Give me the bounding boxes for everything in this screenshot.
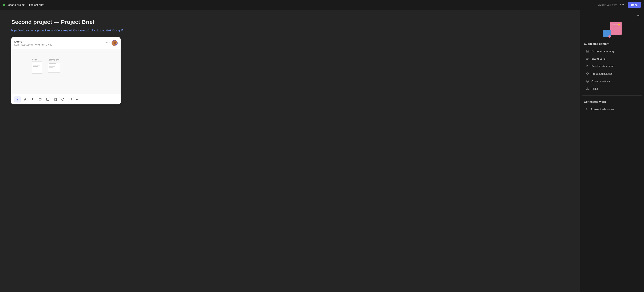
sidebar-item-label: Proposed solution: [592, 72, 612, 75]
svg-point-15: [62, 98, 64, 101]
embed-more-icon[interactable]: •••: [106, 41, 110, 45]
toolbar-comment-button[interactable]: [67, 96, 74, 103]
sidebar-illustration: ★: [580, 22, 644, 37]
more-options-button[interactable]: •••: [619, 2, 625, 7]
canvas-page-thumb: [32, 61, 42, 74]
warning-icon: [586, 87, 589, 90]
right-sidebar: →| ★ Suggested content: [580, 10, 644, 292]
topbar: Second project › Project brief Saved • J…: [0, 0, 644, 10]
sidebar-item-label: Problem statement: [592, 65, 614, 68]
svg-point-1: [114, 42, 116, 44]
sidebar-item-label: Background: [592, 57, 606, 60]
sidebar-item-open-questions[interactable]: ? Open questions: [582, 78, 642, 85]
toolbar-text-button[interactable]: T: [30, 96, 36, 103]
cursor-icon: [16, 98, 19, 101]
milestones-label: 2 project milestones: [591, 108, 614, 111]
lines-icon: [586, 57, 589, 60]
suggested-content-title: Suggested content: [580, 41, 644, 47]
embed-canvas[interactable]: Page Team Pla...: [11, 49, 120, 94]
svg-rect-6: [48, 67, 53, 68]
embed-title: Demo: [14, 40, 52, 43]
diamond-icon: [586, 107, 589, 111]
main-layout: Second project — Project Brief https://w…: [0, 10, 644, 292]
toolbar-sticky-button[interactable]: [44, 96, 51, 103]
toolbar-frame-button[interactable]: [52, 96, 58, 103]
sidebar-item-executive-summary[interactable]: Executive summary: [582, 48, 642, 55]
svg-rect-9: [49, 61, 53, 61]
canvas-team-thumb: [48, 62, 60, 73]
svg-rect-25: [587, 88, 588, 89]
svg-rect-21: [586, 58, 588, 59]
sidebar-item-problem-statement[interactable]: Problem statement: [582, 63, 642, 70]
sidebar-item-milestones[interactable]: 2 project milestones: [582, 106, 642, 113]
thumb-line-4: [33, 66, 38, 67]
svg-rect-8: [56, 59, 59, 60]
document-icon: [586, 50, 589, 53]
svg-rect-20: [586, 58, 588, 58]
embed-subtitle: Kevin Test Space in Kevin Test Group: [14, 43, 52, 46]
sidebar-item-proposed-solution[interactable]: Proposed solution: [582, 70, 642, 77]
comment-icon: [69, 98, 72, 101]
project-status-dot: [3, 4, 5, 6]
svg-rect-14: [54, 99, 56, 100]
svg-rect-11: [39, 98, 41, 100]
canvas-page-label: Page: [32, 58, 42, 61]
breadcrumb: Second project › Project brief: [3, 3, 44, 6]
svg-rect-18: [587, 51, 588, 51]
breadcrumb-chevron: ›: [27, 3, 28, 6]
toolbar-pen-button[interactable]: [22, 96, 28, 103]
avatar: [112, 40, 118, 46]
canvas-page-item: Page: [32, 58, 42, 74]
toolbar-rect-button[interactable]: [37, 96, 43, 103]
illustration-container: ★: [603, 22, 622, 37]
connected-work-title: Connected work: [580, 99, 644, 105]
toolbar-more-icon: •••: [76, 98, 80, 101]
sidebar-divider: [582, 95, 642, 96]
background-icon: [586, 57, 589, 60]
illustration-doc: ★: [610, 22, 622, 35]
svg-rect-7: [49, 59, 55, 60]
svg-rect-3: [48, 63, 56, 64]
sidebar-item-background[interactable]: Background: [582, 55, 642, 62]
svg-text:?: ?: [587, 81, 588, 82]
rect-icon: [38, 98, 42, 101]
saved-status: Saved • Just now: [598, 3, 616, 6]
avatar-image: [112, 40, 118, 46]
frame-icon: [54, 98, 57, 101]
svg-point-17: [63, 99, 64, 99]
risks-icon: [586, 87, 589, 91]
sidebar-item-label: Executive summary: [592, 50, 614, 53]
illustration-star: ★: [618, 23, 620, 26]
done-button[interactable]: Done: [628, 2, 641, 8]
team-thumb-svg: [48, 62, 60, 73]
canvas-mini-lines: [49, 59, 64, 63]
svg-rect-5: [48, 66, 55, 67]
sticky-icon: [46, 98, 49, 101]
thumb-line-3: [33, 65, 40, 65]
thumb-line-2: [33, 64, 38, 64]
content-area: Second project — Project Brief https://w…: [0, 10, 580, 292]
sidebar-item-label: Open questions: [592, 80, 610, 83]
proposed-solution-icon: [586, 72, 589, 75]
project-name-link[interactable]: Second project: [6, 3, 25, 6]
svg-rect-13: [54, 98, 56, 101]
svg-point-26: [587, 89, 588, 90]
emoji-icon: [61, 98, 64, 101]
embed-header-right: •••: [106, 40, 118, 46]
sidebar-collapse-button[interactable]: →|: [636, 13, 641, 18]
embed-toolbar: T: [11, 94, 120, 104]
question-icon: ?: [586, 80, 589, 83]
toolbar-more-button[interactable]: •••: [74, 96, 81, 103]
toolbar-emoji-button[interactable]: [60, 96, 66, 103]
illustration-dot: [608, 35, 611, 38]
svg-point-16: [62, 99, 62, 99]
executive-summary-icon: [586, 49, 589, 53]
flag-icon: [586, 65, 589, 68]
thumb-line-1: [33, 63, 40, 63]
sidebar-item-risks[interactable]: Risks: [582, 85, 642, 92]
star-icon: [586, 72, 589, 75]
svg-rect-4: [48, 65, 54, 65]
invision-link[interactable]: https://work.invisionapp.com/freehand/De…: [11, 29, 569, 32]
toolbar-select-button[interactable]: [14, 96, 21, 103]
sidebar-item-label: Risks: [592, 87, 598, 90]
